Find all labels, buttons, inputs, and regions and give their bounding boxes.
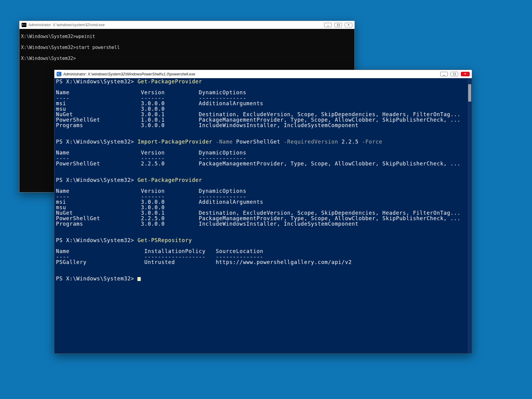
terminal-line: Name InstallationPolicy SourceLocation: [56, 248, 472, 254]
terminal-line: msi 3.0.0.0 AdditionalArguments: [56, 101, 472, 106]
powershell-minimize-button[interactable]: [440, 72, 448, 76]
cmd-window-title: Administrator: X:\windows\system32\cmd.e…: [28, 23, 105, 27]
terminal-line: PS X:\Windows\System32> Import-PackagePr…: [56, 139, 472, 144]
powershell-maximize-button[interactable]: [451, 72, 458, 76]
terminal-line: [56, 172, 472, 177]
cmd-close-button[interactable]: [345, 23, 352, 27]
terminal-line: msu 3.0.0.0: [56, 106, 472, 112]
terminal-line: PS X:\Windows\System32> Get-PSRepository: [56, 238, 472, 243]
terminal-line: ---- ------- --------------: [56, 155, 472, 161]
maximize-icon: [453, 73, 456, 75]
terminal-line: [56, 144, 472, 150]
powershell-terminal-output[interactable]: PS X:\Windows\System32> Get-PackageProvi…: [54, 78, 472, 353]
terminal-line: Name Version DynamicOptions: [56, 188, 472, 194]
terminal-line: Name Version DynamicOptions: [56, 90, 472, 95]
cmd-icon: C:\: [22, 23, 26, 27]
powershell-window-title: Administrator: X:\windows\System32\Windo…: [63, 72, 195, 76]
terminal-line: [21, 39, 353, 45]
terminal-line: X:\Windows\System32>: [21, 56, 353, 61]
minimize-icon: [327, 26, 329, 26]
terminal-line: [21, 50, 353, 56]
terminal-line: [56, 84, 472, 90]
terminal-line: [56, 243, 472, 248]
terminal-line: [56, 134, 472, 139]
powershell-icon-glyph: >_: [57, 73, 60, 75]
terminal-line: X:\Windows\System32>start powershell: [21, 45, 353, 50]
terminal-line: PowerShellGet 2.2.5.0 PackageManagementP…: [56, 161, 472, 166]
desktop: C:\ Administrator: X:\windows\system32\c…: [0, 0, 532, 399]
terminal-line: PSGallery Untrusted https://www.powershe…: [56, 259, 472, 265]
powershell-icon: >_: [57, 72, 61, 76]
scrollbar-thumb[interactable]: [468, 84, 471, 102]
close-icon: [464, 73, 467, 75]
terminal-line: [56, 270, 472, 276]
terminal-line: ---- ------------------ --------------: [56, 254, 472, 259]
terminal-line: [56, 232, 472, 238]
powershell-window-controls: [440, 72, 470, 76]
terminal-line: [56, 265, 472, 270]
powershell-scrollbar[interactable]: [468, 78, 472, 353]
cmd-maximize-button[interactable]: [334, 23, 342, 27]
terminal-line: [56, 227, 472, 232]
terminal-line: PowerShellGet 2.2.5.0 PackageManagementP…: [56, 216, 472, 221]
terminal-line: Name Version DynamicOptions: [56, 150, 472, 155]
terminal-line: PS X:\Windows\System32> Get-PackageProvi…: [56, 177, 472, 183]
cmd-icon-glyph: C:\: [22, 24, 26, 26]
terminal-line: NuGet 3.0.0.1 Destination, ExcludeVersio…: [56, 112, 472, 117]
terminal-line: [56, 166, 472, 172]
terminal-line: NuGet 3.0.0.1 Destination, ExcludeVersio…: [56, 210, 472, 216]
terminal-line: msi 3.0.0.0 AdditionalArguments: [56, 199, 472, 205]
terminal-line: PS X:\Windows\System32> Get-PackageProvi…: [56, 79, 472, 84]
powershell-window: >_ Administrator: X:\windows\System32\Wi…: [54, 70, 472, 354]
terminal-line: PS X:\Windows\System32>: [56, 276, 472, 281]
terminal-line: ---- ------- --------------: [56, 194, 472, 199]
terminal-line: [56, 128, 472, 134]
terminal-line: Programs 3.0.0.0 IncludeWindowsInstaller…: [56, 221, 472, 227]
terminal-line: X:\Windows\System32>wpeinit: [21, 34, 353, 39]
terminal-line: msu 3.0.0.0: [56, 205, 472, 210]
terminal-cursor: [137, 277, 141, 281]
cmd-minimize-button[interactable]: [324, 23, 332, 27]
terminal-line: Programs 3.0.0.0 IncludeWindowsInstaller…: [56, 123, 472, 128]
cmd-window-controls: [324, 23, 352, 27]
terminal-line: ---- ------- --------------: [56, 95, 472, 101]
powershell-titlebar[interactable]: >_ Administrator: X:\windows\System32\Wi…: [54, 70, 472, 78]
terminal-line: [56, 183, 472, 188]
maximize-icon: [337, 24, 340, 26]
minimize-icon: [443, 75, 445, 75]
powershell-close-button[interactable]: [461, 72, 470, 76]
cmd-titlebar[interactable]: C:\ Administrator: X:\windows\system32\c…: [19, 21, 354, 29]
terminal-line: PowerShellGet 1.0.0.1 PackageManagementP…: [56, 117, 472, 123]
close-icon: [347, 24, 350, 26]
